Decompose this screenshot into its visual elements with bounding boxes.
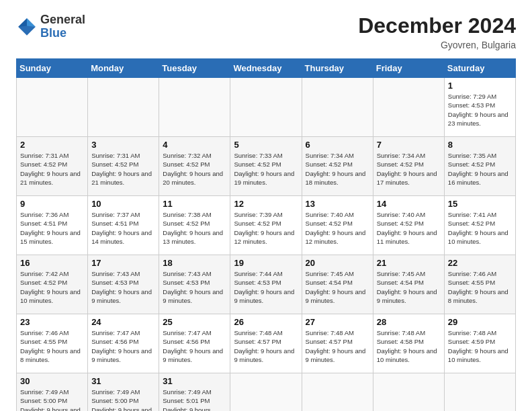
calendar-cell — [302, 78, 373, 137]
weekday-header-sunday: Sunday — [17, 59, 88, 78]
calendar-cell: 2Sunrise: 7:31 AMSunset: 4:52 PMDaylight… — [17, 137, 88, 196]
day-info: Sunrise: 7:43 AMSunset: 4:53 PMDaylight:… — [163, 270, 223, 304]
calendar-cell: 19Sunrise: 7:44 AMSunset: 4:53 PMDayligh… — [230, 255, 302, 314]
calendar-cell: 11Sunrise: 7:38 AMSunset: 4:52 PMDayligh… — [159, 196, 230, 255]
calendar-page: General Blue December 2024 Gyovren, Bulg… — [0, 0, 532, 411]
day-number: 27 — [306, 317, 369, 327]
calendar-cell: 23Sunrise: 7:46 AMSunset: 4:55 PMDayligh… — [17, 314, 88, 373]
day-info: Sunrise: 7:48 AMSunset: 4:58 PMDaylight:… — [377, 329, 437, 363]
svg-marker-1 — [27, 18, 36, 27]
day-number: 30 — [20, 376, 84, 386]
calendar-cell — [302, 373, 373, 412]
day-info: Sunrise: 7:45 AMSunset: 4:54 PMDaylight:… — [377, 270, 437, 304]
day-number: 22 — [448, 258, 512, 268]
day-info: Sunrise: 7:35 AMSunset: 4:52 PMDaylight:… — [448, 152, 508, 186]
day-number: 21 — [377, 258, 441, 268]
calendar-cell — [373, 78, 444, 137]
day-info: Sunrise: 7:48 AMSunset: 4:57 PMDaylight:… — [306, 329, 366, 363]
day-number: 26 — [234, 317, 298, 327]
day-number: 25 — [163, 317, 226, 327]
day-number: 2 — [20, 140, 84, 150]
calendar-cell: 5Sunrise: 7:33 AMSunset: 4:52 PMDaylight… — [230, 137, 302, 196]
calendar-week-row: 2Sunrise: 7:31 AMSunset: 4:52 PMDaylight… — [17, 137, 516, 196]
day-number: 20 — [306, 258, 369, 268]
calendar-cell: 16Sunrise: 7:42 AMSunset: 4:52 PMDayligh… — [17, 255, 88, 314]
day-info: Sunrise: 7:44 AMSunset: 4:53 PMDaylight:… — [234, 270, 294, 304]
day-info: Sunrise: 7:33 AMSunset: 4:52 PMDaylight:… — [234, 152, 294, 186]
day-number: 18 — [163, 258, 226, 268]
day-number: 11 — [163, 199, 226, 209]
day-number: 28 — [377, 317, 441, 327]
day-number: 4 — [163, 140, 226, 150]
day-number: 6 — [306, 140, 369, 150]
day-info: Sunrise: 7:40 AMSunset: 4:52 PMDaylight:… — [306, 211, 366, 245]
calendar-week-row: 23Sunrise: 7:46 AMSunset: 4:55 PMDayligh… — [17, 314, 516, 373]
day-number: 7 — [377, 140, 441, 150]
day-info: Sunrise: 7:43 AMSunset: 4:53 PMDaylight:… — [91, 270, 152, 304]
day-number: 29 — [448, 317, 512, 327]
calendar-week-row: 30Sunrise: 7:49 AMSunset: 5:00 PMDayligh… — [17, 373, 516, 412]
day-info: Sunrise: 7:32 AMSunset: 4:52 PMDaylight:… — [163, 152, 223, 186]
day-number: 13 — [306, 199, 369, 209]
day-info: Sunrise: 7:47 AMSunset: 4:56 PMDaylight:… — [163, 329, 223, 363]
day-info: Sunrise: 7:46 AMSunset: 4:55 PMDaylight:… — [20, 329, 81, 363]
header: General Blue December 2024 Gyovren, Bulg… — [16, 13, 516, 50]
day-number: 24 — [91, 317, 155, 327]
day-number: 15 — [448, 199, 512, 209]
calendar-cell: 25Sunrise: 7:47 AMSunset: 4:56 PMDayligh… — [159, 314, 230, 373]
weekday-header-wednesday: Wednesday — [230, 59, 302, 78]
day-info: Sunrise: 7:49 AMSunset: 5:01 PMDaylight:… — [163, 388, 211, 411]
day-info: Sunrise: 7:37 AMSunset: 4:51 PMDaylight:… — [91, 211, 152, 245]
day-number: 23 — [20, 317, 84, 327]
calendar-cell: 31Sunrise: 7:49 AMSunset: 5:01 PMDayligh… — [159, 373, 230, 412]
calendar-cell: 10Sunrise: 7:37 AMSunset: 4:51 PMDayligh… — [88, 196, 159, 255]
calendar-cell: 4Sunrise: 7:32 AMSunset: 4:52 PMDaylight… — [159, 137, 230, 196]
calendar-cell: 7Sunrise: 7:34 AMSunset: 4:52 PMDaylight… — [373, 137, 444, 196]
calendar-cell — [17, 78, 88, 137]
day-number: 12 — [234, 199, 298, 209]
calendar-cell: 8Sunrise: 7:35 AMSunset: 4:52 PMDaylight… — [444, 137, 515, 196]
calendar-cell: 26Sunrise: 7:48 AMSunset: 4:57 PMDayligh… — [230, 314, 302, 373]
day-number: 16 — [20, 258, 84, 268]
calendar-cell: 27Sunrise: 7:48 AMSunset: 4:57 PMDayligh… — [302, 314, 373, 373]
logo-text: General Blue — [40, 13, 85, 40]
calendar-cell: 29Sunrise: 7:48 AMSunset: 4:59 PMDayligh… — [444, 314, 515, 373]
calendar-cell — [230, 78, 302, 137]
calendar-cell: 31Sunrise: 7:49 AMSunset: 5:00 PMDayligh… — [88, 373, 159, 412]
day-info: Sunrise: 7:29 AMSunset: 4:53 PMDaylight:… — [448, 93, 508, 127]
weekday-header-tuesday: Tuesday — [159, 59, 230, 78]
location: Gyovren, Bulgaria — [358, 40, 516, 50]
calendar-cell: 15Sunrise: 7:41 AMSunset: 4:52 PMDayligh… — [444, 196, 515, 255]
calendar-cell: 17Sunrise: 7:43 AMSunset: 4:53 PMDayligh… — [88, 255, 159, 314]
day-number: 19 — [234, 258, 298, 268]
day-number: 14 — [377, 199, 441, 209]
day-info: Sunrise: 7:41 AMSunset: 4:52 PMDaylight:… — [448, 211, 508, 245]
day-number: 31 — [163, 376, 226, 386]
calendar-cell: 6Sunrise: 7:34 AMSunset: 4:52 PMDaylight… — [302, 137, 373, 196]
day-number: 31 — [91, 376, 155, 386]
day-info: Sunrise: 7:34 AMSunset: 4:52 PMDaylight:… — [306, 152, 366, 186]
day-info: Sunrise: 7:49 AMSunset: 5:00 PMDaylight:… — [91, 388, 152, 411]
calendar-cell: 24Sunrise: 7:47 AMSunset: 4:56 PMDayligh… — [88, 314, 159, 373]
day-number: 8 — [448, 140, 512, 150]
calendar-cell: 13Sunrise: 7:40 AMSunset: 4:52 PMDayligh… — [302, 196, 373, 255]
day-number: 1 — [448, 81, 512, 91]
day-info: Sunrise: 7:39 AMSunset: 4:52 PMDaylight:… — [234, 211, 294, 245]
day-info: Sunrise: 7:48 AMSunset: 4:57 PMDaylight:… — [234, 329, 294, 363]
day-info: Sunrise: 7:46 AMSunset: 4:55 PMDaylight:… — [448, 270, 508, 304]
calendar-cell: 30Sunrise: 7:49 AMSunset: 5:00 PMDayligh… — [17, 373, 88, 412]
calendar-table: SundayMondayTuesdayWednesdayThursdayFrid… — [16, 58, 516, 411]
day-info: Sunrise: 7:42 AMSunset: 4:52 PMDaylight:… — [20, 270, 81, 304]
weekday-header-saturday: Saturday — [444, 59, 515, 78]
day-number: 3 — [91, 140, 155, 150]
logo: General Blue — [16, 13, 85, 40]
calendar-cell: 18Sunrise: 7:43 AMSunset: 4:53 PMDayligh… — [159, 255, 230, 314]
calendar-cell: 12Sunrise: 7:39 AMSunset: 4:52 PMDayligh… — [230, 196, 302, 255]
calendar-cell: 20Sunrise: 7:45 AMSunset: 4:54 PMDayligh… — [302, 255, 373, 314]
day-info: Sunrise: 7:31 AMSunset: 4:52 PMDaylight:… — [20, 152, 81, 186]
day-number: 10 — [91, 199, 155, 209]
weekday-header-thursday: Thursday — [302, 59, 373, 78]
month-title: December 2024 — [358, 13, 516, 38]
calendar-cell: 28Sunrise: 7:48 AMSunset: 4:58 PMDayligh… — [373, 314, 444, 373]
calendar-cell: 3Sunrise: 7:31 AMSunset: 4:52 PMDaylight… — [88, 137, 159, 196]
